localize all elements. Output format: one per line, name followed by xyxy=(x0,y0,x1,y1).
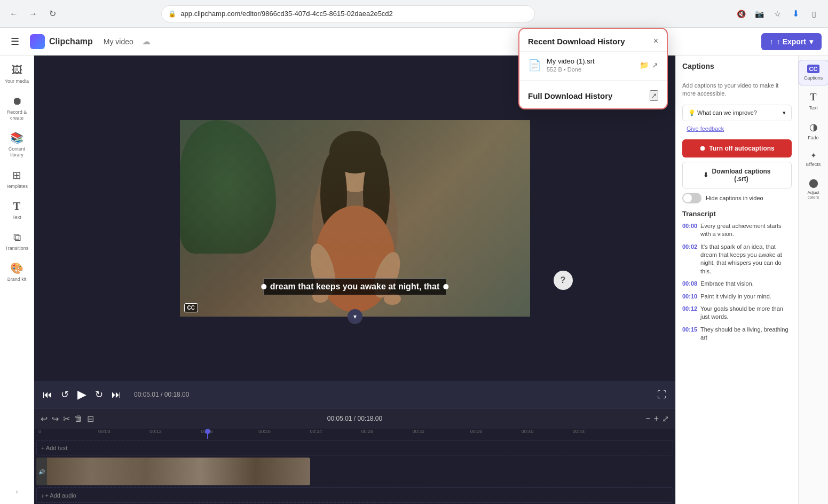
rewind-button[interactable]: ↺ xyxy=(61,389,69,400)
subtitle-handle-left[interactable] xyxy=(261,284,266,289)
center-area: dream that keeps you awake at night, tha… xyxy=(34,56,675,504)
full-history-label: Full Download History xyxy=(528,91,612,100)
sidebar-item-transitions[interactable]: ⧉ Transitions xyxy=(2,227,32,256)
export-label: ↑ Export xyxy=(777,37,806,46)
open-folder-button[interactable]: 📁 xyxy=(640,61,649,69)
browser-chrome: ← → ↻ 🔒 app.clipchamp.com/editor/9866cd3… xyxy=(0,0,828,28)
transcript-section: Transcript 00:00 Every great achievement… xyxy=(682,210,792,342)
scroll-down-button[interactable]: ▾ xyxy=(348,309,362,324)
forward-button[interactable]: → xyxy=(26,6,41,21)
ruler-mark-5: 00:24 xyxy=(310,429,322,434)
file-name: My video (1).srt xyxy=(547,57,634,65)
transcript-title: Transcript xyxy=(682,210,792,218)
music-icon: ♪ xyxy=(41,492,44,499)
bookmark-icon[interactable]: ☆ xyxy=(770,6,785,21)
transcript-text-1: It's that spark of an idea, that dream t… xyxy=(700,243,792,276)
text-track: + Add text xyxy=(36,440,673,455)
sidebar-item-media[interactable]: 🖼 Your media xyxy=(2,60,32,89)
feedback-button[interactable]: 💡 What can we improve? ▾ xyxy=(682,105,792,121)
transcript-time-1[interactable]: 00:02 xyxy=(682,243,697,276)
export-button[interactable]: ↑ ↑ Export ▾ xyxy=(761,33,822,50)
split-button[interactable]: ⊟ xyxy=(87,414,94,424)
transcript-time-2[interactable]: 00:08 xyxy=(682,280,697,288)
add-text-button[interactable]: + Add text xyxy=(41,445,67,451)
file-icon: 📄 xyxy=(528,59,541,72)
tab-effects[interactable]: ✦ Effects xyxy=(799,147,829,171)
open-external-button[interactable]: ↗ xyxy=(652,61,658,69)
ruler-mark-10: 00:44 xyxy=(573,429,585,434)
play-button[interactable]: ▶ xyxy=(77,388,86,401)
transcript-item-3: 00:10 Paint it vividly in your mind. xyxy=(682,293,792,301)
video-clip[interactable]: 🔊 xyxy=(36,458,310,485)
transcript-time-3[interactable]: 00:10 xyxy=(682,293,697,301)
text-sidebar-icon: T xyxy=(13,200,20,212)
sidebar-item-media-label: Your media xyxy=(5,78,29,84)
browser-actions: 🔇 📷 ☆ ⬇ ▯ xyxy=(734,6,822,21)
sidebar-item-content[interactable]: 📚 Contentlibrary xyxy=(2,127,32,162)
sidebar-item-record[interactable]: ⏺ Record &create xyxy=(2,91,32,125)
feedback-link[interactable]: Give feedback xyxy=(687,125,724,132)
back-button[interactable]: ← xyxy=(6,6,21,21)
sidebar-item-transitions-label: Transitions xyxy=(5,246,29,251)
zoom-out-button[interactable]: − xyxy=(645,414,650,423)
cloud-icon: ☁ xyxy=(142,36,151,46)
tab-text[interactable]: T Text xyxy=(799,88,829,115)
transcript-time-0[interactable]: 00:00 xyxy=(682,222,697,239)
address-bar[interactable]: 🔒 app.clipchamp.com/editor/9866cd35-407d… xyxy=(161,5,535,22)
download-captions-button[interactable]: ⬇ Download captions(.srt) xyxy=(682,162,792,188)
menu-button[interactable]: ☰ xyxy=(6,33,23,50)
sidebar-expand-button[interactable]: › xyxy=(2,484,32,500)
cut-button[interactable]: ✂ xyxy=(63,414,70,424)
zoom-in-button[interactable]: + xyxy=(654,414,659,423)
popup-title: Recent Download History xyxy=(528,37,625,46)
tab-fade[interactable]: ◑ Fade xyxy=(799,117,829,145)
turn-off-autocaptions-button[interactable]: ⏺ Turn off autocaptions xyxy=(682,139,792,158)
transcript-text-2: Embrace that vision. xyxy=(700,280,754,288)
popup-close-button[interactable]: × xyxy=(653,36,658,46)
screenshot-icon[interactable]: 📷 xyxy=(752,6,767,21)
video-track: 🔊 xyxy=(36,458,673,485)
ruler-mark-7: 00:32 xyxy=(413,429,425,434)
tab-colors[interactable]: ⬤ Adjustcolors xyxy=(799,174,829,204)
delete-button[interactable]: 🗑 xyxy=(74,414,83,423)
redo-button[interactable]: ↪ xyxy=(52,414,59,424)
skip-back-button[interactable]: ⏮ xyxy=(43,389,52,400)
popup-header: Recent Download History × xyxy=(519,29,667,51)
add-audio-button[interactable]: + Add audio xyxy=(45,492,76,499)
subtitle-handle-right[interactable] xyxy=(443,284,448,289)
playhead[interactable] xyxy=(207,429,208,439)
help-button[interactable]: ? xyxy=(554,271,573,290)
fullscreen-button[interactable]: ⛶ xyxy=(657,389,667,400)
sidebar-item-brandkit[interactable]: 🎨 Brand kit xyxy=(2,257,32,287)
right-sidebar: CC Captions T Text ◑ Fade ✦ Effects ⬤ Ad… xyxy=(798,56,828,504)
tab-captions[interactable]: CC Captions xyxy=(799,60,829,85)
forward-frame-button[interactable]: ↻ xyxy=(95,389,103,400)
text-tab-icon: T xyxy=(810,92,816,103)
subtitle-text: dream that keeps you awake at night, tha… xyxy=(263,278,446,295)
sidebar-icon[interactable]: ▯ xyxy=(807,6,822,21)
transcript-item-2: 00:08 Embrace that vision. xyxy=(682,280,792,288)
sidebar-item-text[interactable]: T Text xyxy=(2,196,32,225)
sidebar-item-templates[interactable]: ⊞ Templates xyxy=(2,164,32,194)
project-name[interactable]: My video xyxy=(104,37,133,46)
skip-forward-button[interactable]: ⏭ xyxy=(112,389,121,400)
transcript-time-5[interactable]: 00:15 xyxy=(682,326,697,342)
cc-badge[interactable]: CC xyxy=(184,303,198,312)
export-icon: ↑ xyxy=(770,37,774,46)
colors-tab-icon: ⬤ xyxy=(809,178,818,188)
download-icon[interactable]: ⬇ xyxy=(788,6,803,21)
fit-button[interactable]: ⤢ xyxy=(662,414,669,424)
undo-button[interactable]: ↩ xyxy=(41,414,48,424)
transcript-time-4[interactable]: 00:12 xyxy=(682,305,697,321)
colors-tab-label: Adjustcolors xyxy=(807,190,819,200)
mute-icon[interactable]: 🔇 xyxy=(734,6,749,21)
left-sidebar: 🖼 Your media ⏺ Record &create 📚 Contentl… xyxy=(0,56,34,504)
transcript-text-0: Every great achievement starts with a vi… xyxy=(700,222,792,239)
reload-button[interactable]: ↻ xyxy=(45,6,60,21)
full-history-row: Full Download History ↗ xyxy=(519,83,667,108)
full-history-button[interactable]: ↗ xyxy=(650,90,658,101)
ruler-mark-2: 00:12 xyxy=(149,429,162,434)
hide-captions-toggle[interactable] xyxy=(682,193,701,203)
sidebar-item-text-label: Text xyxy=(12,215,21,220)
url-text: app.clipchamp.com/editor/9866cd35-407d-4… xyxy=(180,10,393,18)
